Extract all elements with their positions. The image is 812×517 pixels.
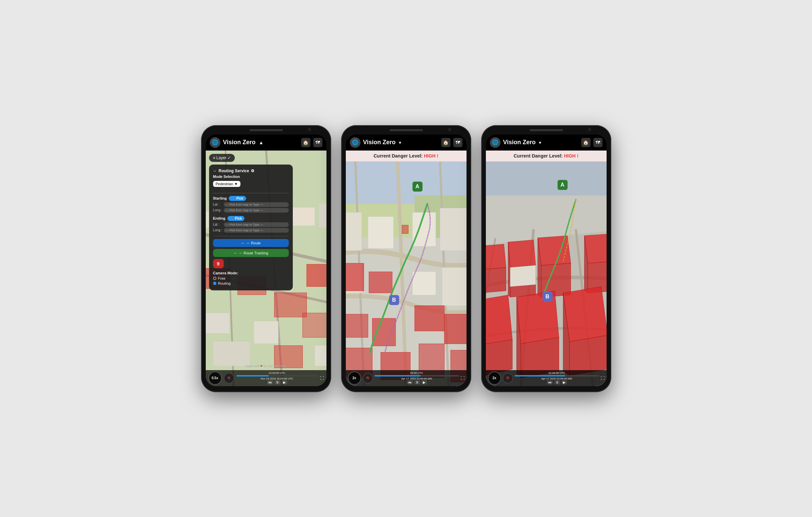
starting-long-input[interactable]: — Pick from map or Type — [224, 208, 289, 213]
phone-3: 🌐 Vision Zero ▾ 🏠 🗺 Current Danger Level… [481, 125, 611, 392]
panel-overlay: ≡ Layer ✓ ↔ Routing Service ⚙ Mode Selec… [206, 151, 296, 294]
svg-rect-15 [315, 346, 326, 366]
svg-rect-20 [368, 217, 393, 248]
timeline-bar-1[interactable] [236, 375, 318, 377]
home-icon-3[interactable]: 🏠 [581, 138, 590, 147]
expand-button-3[interactable]: ⛶ [601, 376, 605, 380]
title-badge-3: ▾ [539, 140, 541, 145]
long-label-end: Long : [213, 228, 223, 232]
header-icons-1: 🏠 🗺 [301, 138, 322, 147]
pause-button-3[interactable]: ⏸ [554, 380, 560, 384]
timeline-area-3: 22:08:36 UTC Apr 17 2020 22:00:00.000 ⏮ … [515, 372, 599, 384]
mode-selection-label: Mode Selection [213, 174, 289, 179]
skip-back-button-1[interactable]: ⏮ [267, 380, 273, 384]
routing-arrows-icon: ↔ [213, 168, 217, 173]
compass-1: N [224, 373, 234, 383]
starting-lat-input[interactable]: — Pick from map or Type — [224, 202, 289, 207]
delete-button[interactable]: 🗑 [213, 259, 224, 268]
flag-a-label-2: A [415, 184, 419, 190]
bottom-controls-2: 2x N 09:50 UTC Apr 17 2020 22:00:00.000 … [346, 370, 466, 386]
skip-back-button-3[interactable]: ⏮ [547, 380, 553, 384]
svg-marker-61 [569, 335, 606, 376]
app-logo-1: 🌐 [210, 137, 221, 148]
phone-1: 🌐 Vision Zero ▲ 🏠 🗺 [201, 125, 331, 392]
flag-b-label-3: B [546, 294, 550, 300]
routing-service-label: Routing Service [219, 168, 249, 173]
home-icon-1[interactable]: 🏠 [301, 138, 311, 147]
timeline-bar-2[interactable] [375, 375, 459, 377]
svg-rect-25 [412, 272, 436, 295]
map-icon-3[interactable]: 🗺 [593, 138, 603, 147]
app-title-area-2: 🌐 Vision Zero ▾ [350, 137, 402, 148]
svg-rect-32 [444, 314, 466, 344]
playback-buttons-3: ⏮ ⏸ ▶ [515, 380, 599, 384]
ending-long-input[interactable]: — Pick from map or Type — [224, 228, 289, 233]
timestamp-2: Apr 17 2020 22:00:00.000 [375, 377, 459, 380]
play-button-3[interactable]: ▶ [561, 380, 567, 384]
skip-back-button-2[interactable]: ⏮ [407, 380, 413, 384]
flag-b-2: B [389, 295, 399, 305]
phone-1-screen: 🌐 Vision Zero ▲ 🏠 🗺 [206, 135, 326, 386]
flag-a-3: A [557, 180, 568, 190]
svg-rect-30 [346, 314, 368, 337]
speed-badge-1: 0.5x [208, 372, 222, 385]
expand-button-2[interactable]: ⛶ [461, 376, 465, 380]
flag-b-label-2: B [392, 297, 396, 303]
pedestrian-mode-select[interactable]: Pedestrian ▼ [213, 181, 241, 187]
expand-button-1[interactable]: ⛶ [320, 376, 324, 380]
map-icon-1[interactable]: 🗺 [313, 138, 322, 147]
layer-button[interactable]: ≡ Layer ✓ [209, 154, 235, 162]
flag-a-label-3: A [560, 182, 564, 188]
compass-2: N [362, 373, 373, 383]
header-icons-3: 🏠 🗺 [581, 138, 603, 147]
ending-lat-input[interactable]: — Pick from map or Type — [224, 222, 289, 227]
title-badge-1: ▲ [259, 140, 263, 145]
pause-button-2[interactable]: ⏸ [414, 380, 420, 384]
app-title-2: Vision Zero [363, 139, 396, 146]
marker-a-3: A [557, 180, 568, 190]
routing-radio[interactable] [213, 282, 216, 285]
route-button[interactable]: ↔ ↔ Route [213, 239, 289, 247]
svg-marker-53 [486, 295, 512, 346]
camera-free-option[interactable]: Free [213, 276, 289, 280]
route-tracking-label: ↔ Route Tracking [239, 251, 268, 255]
timeline-area-2: 09:50 UTC Apr 17 2020 22:00:00.000 ⏮ ⏸ ▶ [375, 372, 459, 384]
svg-rect-22 [412, 212, 436, 246]
play-button-1[interactable]: ▶ [282, 380, 287, 384]
svg-marker-44 [508, 240, 535, 267]
starting-label: Starting [213, 196, 227, 200]
map-area-2: A B 2x N 09:50 UTC [346, 162, 466, 386]
app-title-area-1: 🌐 Vision Zero ▲ [210, 137, 264, 148]
routing-settings-icon: ⚙ [251, 168, 255, 173]
ending-long-row: Long : — Pick from map or Type — [213, 228, 289, 233]
ending-lat-row: Lat : — Pick from map or Type — [213, 222, 289, 227]
timeline-progress-3 [515, 375, 565, 377]
speed-value-3: 2x [493, 376, 496, 380]
heart-icon: ❤ [260, 364, 263, 368]
danger-level-2: HIGH ! [424, 153, 438, 159]
ending-pick-button[interactable]: 📍 Pick [227, 216, 245, 221]
svg-marker-50 [584, 233, 607, 263]
pin-icon-end: 📍 [230, 217, 234, 220]
marker-b-3: B [543, 292, 553, 302]
phone-2-header: 🌐 Vision Zero ▾ 🏠 🗺 [346, 135, 466, 151]
free-radio[interactable] [213, 277, 216, 280]
starting-field-group: Starting 📍 Pick Lat : — Pick from map or… [213, 196, 289, 213]
routing-panel: ↔ Routing Service ⚙ Mode Selection Pedes… [209, 165, 293, 290]
pause-button-1[interactable]: ⏸ [274, 380, 281, 384]
pin-icon-start: 📍 [231, 197, 235, 200]
map-icon-2[interactable]: 🗺 [453, 138, 463, 147]
action-buttons: ↔ ↔ Route ↔ ↔ Route Tracking 🗑 [213, 239, 289, 268]
pick-label-end: Pick [235, 217, 242, 220]
starting-pick-button[interactable]: 📍 Pick [229, 196, 246, 201]
speed-badge-2: 2x [348, 372, 361, 385]
routing-label: Routing [218, 281, 231, 285]
time-utc-2: 09:50 UTC [375, 372, 459, 375]
route-tracking-button[interactable]: ↔ ↔ Route Tracking [213, 249, 289, 257]
play-button-2[interactable]: ▶ [422, 380, 427, 384]
svg-rect-39 [486, 162, 607, 196]
home-icon-2[interactable]: 🏠 [441, 138, 451, 147]
lat-label-start: Lat : [213, 202, 223, 206]
timeline-bar-3[interactable] [515, 375, 599, 377]
camera-routing-option[interactable]: Routing [213, 281, 289, 285]
